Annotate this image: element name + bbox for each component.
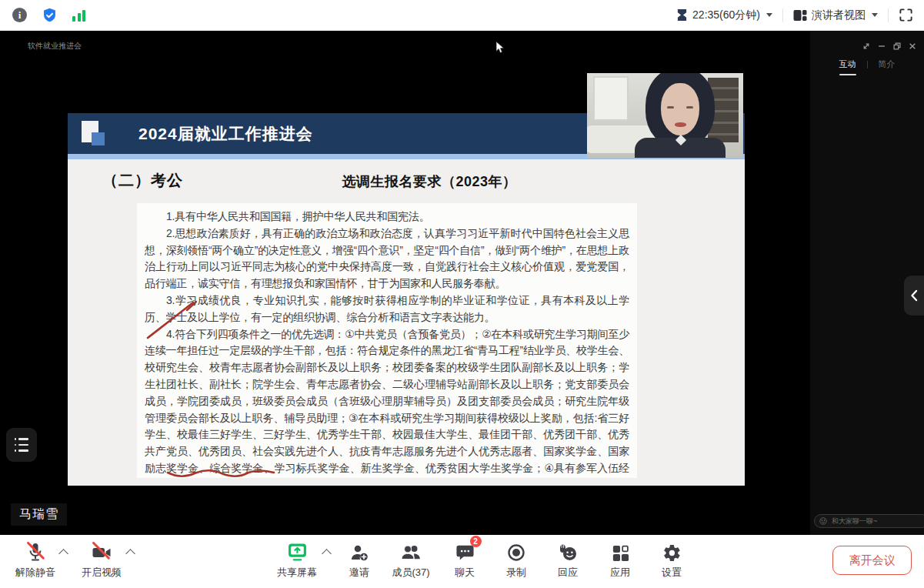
- start-video-button[interactable]: 开启视频: [65, 541, 138, 580]
- meeting-topbar: i 22:35(60分钟) 演讲者视图: [0, 0, 924, 31]
- video-bg-window: [593, 76, 629, 121]
- fullscreen-icon[interactable]: [899, 8, 913, 22]
- security-shield-icon[interactable]: [42, 7, 58, 24]
- invite-person-icon: [349, 543, 369, 563]
- annotation-list-button[interactable]: [6, 428, 37, 462]
- view-mode-chevron-down-icon[interactable]: [872, 13, 878, 17]
- slide-title: 选调生报名要求（2023年）: [268, 172, 591, 191]
- slide-logo: [82, 119, 108, 149]
- shared-window-title: 软件就业推进会: [28, 41, 82, 52]
- presenter-name-label: 马瑞雪: [11, 503, 67, 526]
- apps-grid-icon: [611, 543, 630, 563]
- timer-text: 22:35(60分钟): [692, 8, 760, 22]
- mouse-cursor: [495, 41, 505, 54]
- timer-chevron-down-icon[interactable]: [766, 13, 772, 17]
- share-screen-icon: [287, 542, 308, 563]
- slide-header-title: 2024届就业工作推进会: [138, 123, 313, 145]
- slide-text-block: 1.具有中华人民共和国国籍，拥护中华人民共和国宪法。2.思想政治素质好，具有正确…: [137, 203, 637, 478]
- divider: [782, 8, 783, 22]
- meeting-main-area: 软件就业推进会 2024届就业工作推进会 （二）考公 选调生报名要求（2023年…: [0, 31, 924, 535]
- presentation-slide: 2024届就业工作推进会 （二）考公 选调生报名要求（2023年） 1.具有中华…: [68, 113, 745, 486]
- chat-input[interactable]: [830, 516, 923, 526]
- meeting-info-icon[interactable]: i: [12, 8, 27, 22]
- restore-window-icon[interactable]: [893, 42, 901, 50]
- members-icon: [400, 543, 422, 563]
- settings-button[interactable]: 设置: [635, 541, 709, 580]
- reaction-hand-smiley-icon: [558, 543, 579, 563]
- speaker-view-icon: [793, 9, 807, 22]
- emoji-smiley-icon: [819, 517, 827, 525]
- chat-input-wrap: [814, 514, 924, 528]
- tab-intro[interactable]: 简介: [868, 58, 906, 70]
- shrink-panel-icon[interactable]: [862, 42, 870, 50]
- collapse-sidebar-handle[interactable]: [904, 276, 924, 316]
- unmute-button[interactable]: 解除静音: [0, 541, 72, 580]
- presenter-video-tile[interactable]: [587, 73, 743, 158]
- record-icon: [506, 543, 526, 563]
- slide-body: （二）考公 选调生报名要求（2023年） 1.具有中华人民共和国国籍，拥护中华人…: [68, 159, 745, 486]
- leave-meeting-button[interactable]: 离开会议: [832, 546, 912, 575]
- close-panel-icon[interactable]: [909, 42, 916, 50]
- network-signal-icon[interactable]: [72, 9, 85, 22]
- hourglass-icon: [676, 8, 688, 22]
- meeting-timer[interactable]: 22:35(60分钟): [676, 8, 772, 22]
- tab-interaction[interactable]: 互动: [829, 58, 867, 70]
- meeting-toolbar: 解除静音 开启视频 共享屏幕: [0, 535, 924, 588]
- minimize-icon[interactable]: [878, 42, 886, 50]
- view-mode-selector[interactable]: 演讲者视图: [793, 8, 878, 22]
- slide-section-label: （二）考公: [102, 170, 183, 191]
- divider: [888, 8, 889, 22]
- chevron-left-icon: [910, 289, 918, 302]
- view-mode-label: 演讲者视图: [812, 8, 866, 22]
- gear-icon: [662, 543, 682, 563]
